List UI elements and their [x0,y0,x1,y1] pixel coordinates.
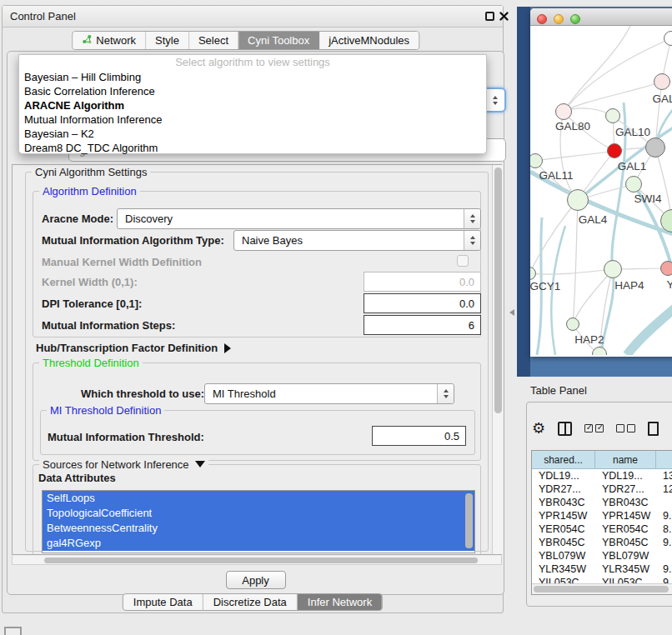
table-horizontal-scrollbar[interactable] [532,583,672,594]
column-header-a[interactable]: A [656,451,672,468]
deselect-all-columns-icon[interactable] [616,424,635,432]
dropdown-item-bayesian-hill-climbing[interactable]: Bayesian – Hill Climbing [19,70,486,84]
column-header-shared-[interactable]: shared... [532,451,595,468]
table-row[interactable]: YER054CYER054C8. [532,522,672,536]
dropdown-item-aracne-algorithm[interactable]: ARACNE Algorithm [19,98,486,112]
settings-horizontal-scrollbar[interactable] [12,556,502,565]
node-gal-pink[interactable] [654,73,670,90]
algorithm-definition-title: Algorithm Definition [39,185,140,198]
select-all-columns-icon[interactable] [584,424,604,432]
close-icon[interactable] [499,12,509,21]
table-row[interactable]: YDL19...YDL19...13 [532,469,672,482]
combo-stepper-icon[interactable] [488,91,503,109]
cyni-settings-group: Cyni Algorithm Settings Algorithm Defini… [25,172,489,552]
table-panel-title: Table Panel [530,384,587,397]
attribute-item-selfloops[interactable]: SelfLoops [43,491,474,506]
table-row[interactable]: YPR145WYPR145W9. [532,509,672,522]
attr-items: SelfLoopsTopologicalCoefficientBetweenne… [43,491,474,551]
combo-stepper-icon[interactable] [464,231,480,250]
table-toolbar: ⚙ [532,418,672,439]
table-panel: ⚙ shared...nameA YDL19...YDL19...13YDR27… [526,402,672,607]
manual-kernel-checkbox[interactable] [457,255,469,267]
table-row[interactable]: YBR043CYBR043C [532,496,672,509]
zoom-traffic-light-icon[interactable] [570,14,580,24]
minimize-traffic-light-icon[interactable] [554,14,564,24]
mi-threshold-field[interactable]: 0.5 [372,426,466,446]
mi-steps-field[interactable]: 6 [364,315,481,335]
table-row[interactable]: YDR27...YDR27...12 [532,482,672,496]
node-HAP4[interactable] [604,260,622,278]
column-header-name[interactable]: name [595,451,656,468]
table-cell: YBR045C [595,536,656,549]
data-attributes-list[interactable]: SelfLoopsTopologicalCoefficientBetweenne… [42,490,475,553]
node-GAL80[interactable] [555,103,572,120]
dropdown-item-mutual-information-inference[interactable]: Mutual Information Inference [19,112,486,127]
attribute-item-gal4rgexp[interactable]: gal4RGexp [43,536,474,551]
minimized-panel-tab[interactable] [4,627,22,635]
mi-threshold-label: Mutual Information Threshold: [48,431,204,443]
settings-vertical-scrollbar[interactable] [492,165,503,554]
data-attributes-label: Data Attributes [38,472,116,484]
collapse-arrow-icon[interactable] [195,461,205,468]
tab-discretize-data[interactable]: Discretize Data [203,594,298,610]
node-salmon[interactable] [660,261,672,276]
kernel-width-field[interactable]: 0.0 [364,272,481,292]
table-cell: YDL19... [532,469,595,482]
dropdown-item-bayesian-k2[interactable]: Bayesian – K2 [19,127,486,141]
node-GAL4[interactable] [567,189,589,211]
node-GAL10[interactable] [605,108,620,123]
gear-icon[interactable]: ⚙ [532,421,545,436]
combo-stepper-icon[interactable] [437,384,454,403]
attribute-item-betweennesscentrality[interactable]: BetweennessCentrality [43,521,474,536]
node-gray[interactable] [645,138,665,158]
float-window-icon[interactable] [485,12,494,21]
table-row[interactable]: YLR345WYLR345W9. [532,562,672,576]
aracne-mode-value: Discovery [125,212,173,225]
attribute-item-topologicalcoefficient[interactable]: TopologicalCoefficient [43,506,474,521]
expand-arrow-icon[interactable] [224,343,231,353]
which-threshold-combobox[interactable]: MI Threshold [204,383,454,404]
hub-definition-toggle[interactable]: Hub/Transcription Factor Definition [36,342,231,354]
tab-style[interactable]: Style [146,32,189,49]
combo-stepper-icon[interactable] [464,209,480,228]
control-panel-content: galFiltered.sif default node Select algo… [7,51,504,595]
table-cell: YER054C [532,522,595,536]
node-HAP2[interactable] [566,318,579,331]
bottom-tabs: Impute DataDiscretize DataInfer Network [123,593,383,611]
mi-threshold-group-title: MI Threshold Definition [47,404,164,417]
node-SWI4[interactable] [625,176,642,192]
tab-network[interactable]: Network [73,32,146,49]
export-table-icon[interactable] [648,422,659,436]
dropdown-item-basic-correlation-inference[interactable]: Basic Correlation Inference [19,84,486,98]
columns-icon[interactable] [558,422,572,436]
table-cell [656,549,672,562]
table-row[interactable]: YBR045CYBR045C9. [532,536,672,549]
table-row[interactable]: YBL079WYBL079W [532,549,672,562]
table-cell: YPR145W [595,509,656,522]
tab-label: Select [198,34,228,47]
network-icon [82,34,92,47]
close-traffic-light-icon[interactable] [537,14,547,24]
tab-impute-data[interactable]: Impute Data [123,594,203,610]
panel-title: Control Panel [10,10,76,22]
table-cell [656,496,672,509]
aracne-mode-combobox[interactable]: Discovery [117,208,481,229]
dpi-tolerance-field[interactable]: 0.0 [364,293,481,313]
cyni-settings-title: Cyni Algorithm Settings [32,166,150,178]
settings-scroll-area: Cyni Algorithm Settings Algorithm Defini… [12,164,502,555]
threshold-definition-title: Threshold Definition [39,357,143,369]
network-canvas[interactable]: GAL80GAL10GAL1GAL11SWI4GAL4GALGCY1HAP4YH… [530,26,672,355]
tab-select[interactable]: Select [189,32,238,49]
panel-collapse-handle[interactable] [509,309,514,316]
tab-infer-network[interactable]: Infer Network [298,594,382,610]
tab-cyni-toolbox[interactable]: Cyni Toolbox [238,32,319,49]
tab-jactivemnodules[interactable]: jActiveMNodules [319,32,419,49]
node-label-gal80: GAL80 [555,120,590,132]
kernel-width-value: 0.0 [459,276,474,288]
apply-button[interactable]: Apply [226,571,286,589]
list-scrollbar-thumb[interactable] [465,493,473,548]
node-label-gal1: GAL1 [618,160,647,172]
dropdown-item-dream8-dc-tdc-algorithm[interactable]: Dream8 DC_TDC Algorithm [19,141,486,155]
mi-type-combobox[interactable]: Naive Bayes [233,230,481,251]
node-GAL1[interactable] [607,143,622,158]
